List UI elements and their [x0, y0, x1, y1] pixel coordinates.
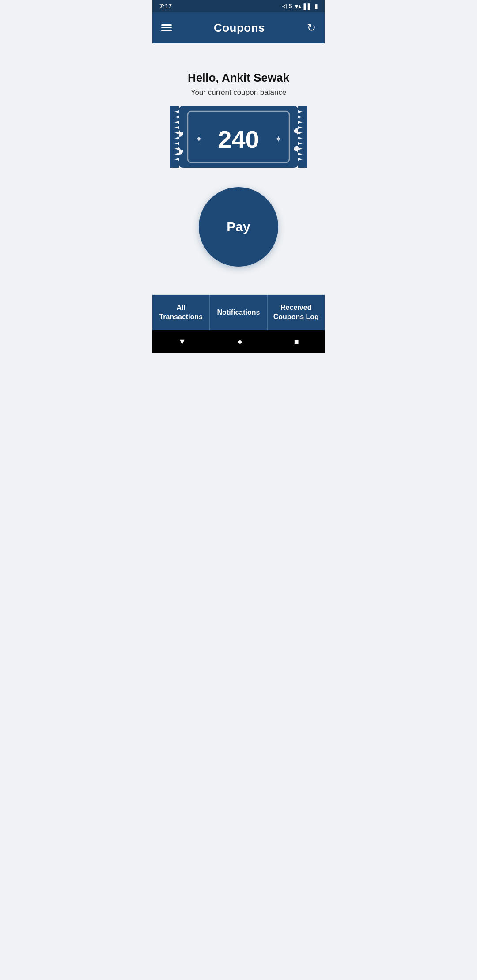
status-time: 7:17 [159, 3, 172, 10]
page-title: Coupons [214, 21, 265, 35]
received-coupons-log-label: ReceivedCoupons Log [273, 303, 319, 322]
back-system-button[interactable]: ▼ [178, 337, 186, 347]
refresh-button[interactable]: ↻ [307, 22, 316, 34]
wifi-icon: ▾▴ [295, 3, 301, 10]
status-bar: 7:17 ◁ S ▾▴ ▌▌ ▮ [152, 0, 325, 12]
menu-icon [161, 30, 172, 31]
back-icon: ◁ [282, 3, 286, 9]
greeting-text: Hello, Ankit Sewak [188, 71, 289, 85]
signal-icon: S [289, 3, 292, 9]
balance-label: Your current coupon balance [191, 88, 287, 97]
notifications-label: Notifications [217, 308, 260, 317]
bottom-navigation: AllTransactions Notifications ReceivedCo… [152, 294, 325, 330]
menu-icon [161, 24, 172, 26]
received-coupons-log-tab[interactable]: ReceivedCoupons Log [268, 295, 325, 330]
all-transactions-tab[interactable]: AllTransactions [152, 295, 210, 330]
coupon-ticket: ✦ 240 ✦ [170, 106, 307, 170]
svg-text:✦: ✦ [275, 134, 282, 144]
battery-icon: ▮ [314, 3, 318, 10]
menu-icon [161, 27, 172, 29]
menu-button[interactable] [161, 24, 172, 31]
main-content: Hello, Ankit Sewak Your current coupon b… [152, 43, 325, 294]
signal-bars-icon: ▌▌ [304, 3, 312, 10]
recent-system-button[interactable]: ■ [294, 337, 299, 347]
header: Coupons ↻ [152, 12, 325, 43]
system-navigation-bar: ▼ ● ■ [152, 330, 325, 353]
svg-text:240: 240 [218, 125, 259, 153]
pay-button[interactable]: Pay [199, 187, 278, 267]
status-icons: ◁ S ▾▴ ▌▌ ▮ [282, 3, 318, 10]
svg-text:✦: ✦ [195, 134, 203, 144]
notifications-tab[interactable]: Notifications [210, 295, 267, 330]
all-transactions-label: AllTransactions [159, 303, 203, 322]
home-system-button[interactable]: ● [238, 337, 242, 347]
